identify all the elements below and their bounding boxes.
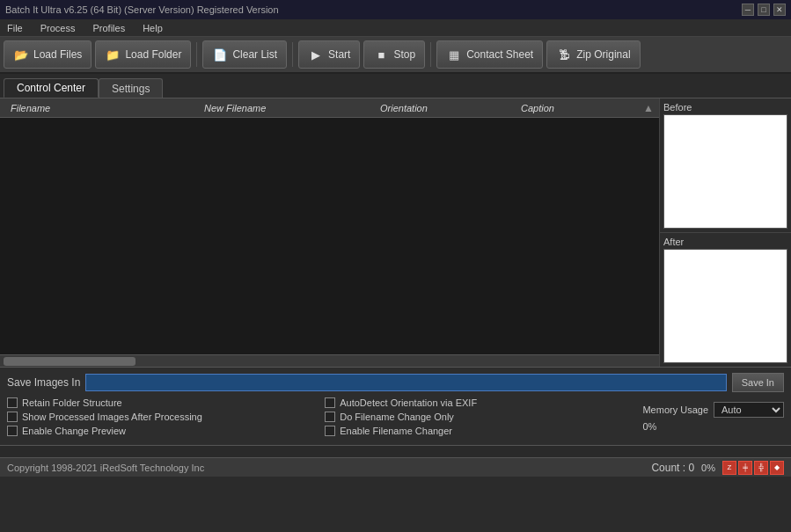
maximize-button[interactable]: □ — [758, 4, 770, 16]
horizontal-scrollbar[interactable] — [0, 354, 659, 367]
col-filename: Filename — [4, 103, 197, 113]
tab-control-center-label: Control Center — [17, 82, 85, 94]
status-pct: 0% — [701, 463, 715, 473]
col-caption: Caption — [514, 103, 643, 113]
load-folder-icon: 📁 — [105, 47, 121, 62]
status-bar: Copyright 1998-2021 iRedSoft Technology … — [0, 457, 791, 477]
table-body[interactable] — [0, 118, 659, 354]
filename-change-label: Do Filename Change Only — [340, 412, 454, 422]
tab-settings[interactable]: Settings — [99, 78, 163, 98]
zip-original-label: Zip Original — [576, 48, 630, 61]
options-col-1: Retain Folder Structure Show Processed I… — [7, 397, 307, 436]
after-preview-section: After — [660, 233, 791, 367]
memory-usage-row: Memory Usage Auto Low Medium High — [642, 402, 784, 418]
close-button[interactable]: ✕ — [773, 4, 786, 16]
option-show-processed: Show Processed Images After Processing — [7, 412, 307, 422]
menu-help[interactable]: Help — [139, 21, 166, 35]
toolbar-separator-3 — [430, 42, 431, 67]
checkbox-show-processed[interactable] — [7, 412, 18, 422]
copyright-text: Copyright 1998-2021 iRedSoft Technology … — [7, 463, 204, 473]
option-enable-filename-changer: Enable Filename Changer — [325, 426, 625, 436]
zip-original-button[interactable]: 🗜 Zip Original — [546, 40, 640, 69]
save-images-label: Save Images In — [7, 376, 80, 389]
load-folder-label: Load Folder — [125, 48, 181, 61]
status-icon-4: ◆ — [770, 461, 784, 475]
enable-preview-label: Enable Change Preview — [22, 426, 126, 436]
toolbar-separator-2 — [292, 42, 293, 67]
checkbox-filename-change[interactable] — [325, 412, 335, 422]
save-row: Save Images In Save In — [7, 373, 784, 392]
scrollbar-thumb[interactable] — [4, 357, 135, 366]
after-preview-box — [663, 249, 787, 363]
before-label: Before — [663, 102, 787, 113]
tab-settings-label: Settings — [112, 83, 150, 95]
toolbar-separator-1 — [196, 42, 197, 67]
filename-changer-label: Enable Filename Changer — [340, 426, 452, 436]
title-bar: Batch It Ultra v6.25 (64 Bit) (Server Ve… — [0, 0, 791, 19]
memory-dropdown[interactable]: Auto Low Medium High — [714, 402, 784, 418]
preview-panel: Before After — [659, 98, 791, 367]
load-files-button[interactable]: 📂 Load Files — [4, 40, 92, 69]
main-area: Filename New Filename Orientation Captio… — [0, 98, 791, 367]
option-enable-preview: Enable Change Preview — [7, 426, 307, 436]
checkbox-autodetect[interactable] — [325, 397, 335, 408]
tab-control-center[interactable]: Control Center — [4, 78, 99, 98]
before-preview-box — [663, 114, 787, 229]
table-sort-indicator: ▲ — [643, 102, 656, 114]
clear-list-icon: 📄 — [212, 47, 228, 62]
start-button[interactable]: ▶ Start — [298, 40, 360, 69]
contact-sheet-button[interactable]: ▦ Contact Sheet — [436, 40, 543, 69]
settings-area: Save Images In Save In Retain Folder Str… — [0, 367, 791, 445]
memory-col: Memory Usage Auto Low Medium High 0% — [642, 397, 784, 436]
save-in-button[interactable]: Save In — [732, 373, 784, 392]
table-header: Filename New Filename Orientation Captio… — [0, 98, 659, 118]
memory-pct: 0% — [642, 421, 656, 432]
status-icon-2: ╪ — [738, 461, 752, 475]
count-text: Count : 0 — [651, 462, 694, 474]
menu-profiles[interactable]: Profiles — [89, 21, 128, 35]
col-new-filename: New Filename — [197, 103, 373, 113]
start-label: Start — [328, 48, 350, 61]
col-orientation: Orientation — [373, 103, 514, 113]
option-filename-change-only: Do Filename Change Only — [325, 412, 625, 422]
file-table-area: Filename New Filename Orientation Captio… — [0, 98, 659, 367]
checkbox-retain-folder[interactable] — [7, 397, 18, 408]
menu-bar: File Process Profiles Help — [0, 19, 791, 37]
show-processed-label: Show Processed Images After Processing — [22, 412, 202, 422]
clear-list-button[interactable]: 📄 Clear List — [202, 40, 287, 69]
autodetect-label: AutoDetect Orientation via EXIF — [340, 397, 477, 408]
save-path-input[interactable] — [85, 374, 726, 391]
load-files-label: Load Files — [33, 48, 82, 61]
title-bar-buttons: ─ □ ✕ — [742, 4, 786, 16]
contact-sheet-label: Contact Sheet — [466, 48, 533, 61]
load-files-icon: 📂 — [13, 47, 29, 62]
start-icon: ▶ — [308, 47, 324, 62]
status-icon-3: ╬ — [754, 461, 768, 475]
title-bar-text: Batch It Ultra v6.25 (64 Bit) (Server Ve… — [5, 4, 279, 15]
status-right: Count : 0 0% Z ╪ ╬ ◆ — [651, 461, 784, 475]
menu-process[interactable]: Process — [37, 21, 79, 35]
stop-icon: ■ — [373, 47, 389, 62]
retain-folder-label: Retain Folder Structure — [22, 397, 122, 408]
option-retain-folder: Retain Folder Structure — [7, 397, 307, 408]
stop-button[interactable]: ■ Stop — [363, 40, 425, 69]
options-col-2: AutoDetect Orientation via EXIF Do Filen… — [325, 397, 625, 436]
checkbox-enable-preview[interactable] — [7, 426, 18, 436]
options-row: Retain Folder Structure Show Processed I… — [7, 397, 784, 436]
minimize-button[interactable]: ─ — [742, 4, 754, 16]
status-icon-1: Z — [722, 461, 736, 475]
clear-list-label: Clear List — [232, 48, 277, 61]
menu-file[interactable]: File — [4, 21, 26, 35]
option-autodetect-orientation: AutoDetect Orientation via EXIF — [325, 397, 625, 408]
progress-area — [0, 445, 791, 457]
load-folder-button[interactable]: 📁 Load Folder — [95, 40, 191, 69]
before-preview-section: Before — [660, 98, 791, 232]
stop-label: Stop — [393, 48, 415, 61]
memory-pct-row: 0% — [642, 421, 656, 432]
after-label: After — [663, 237, 787, 247]
toolbar: 📂 Load Files 📁 Load Folder 📄 Clear List … — [0, 37, 791, 74]
checkbox-filename-changer[interactable] — [325, 426, 335, 436]
memory-label: Memory Usage — [642, 404, 708, 415]
tabs-area: Control Center Settings — [0, 74, 791, 98]
zip-original-icon: 🗜 — [556, 47, 572, 62]
